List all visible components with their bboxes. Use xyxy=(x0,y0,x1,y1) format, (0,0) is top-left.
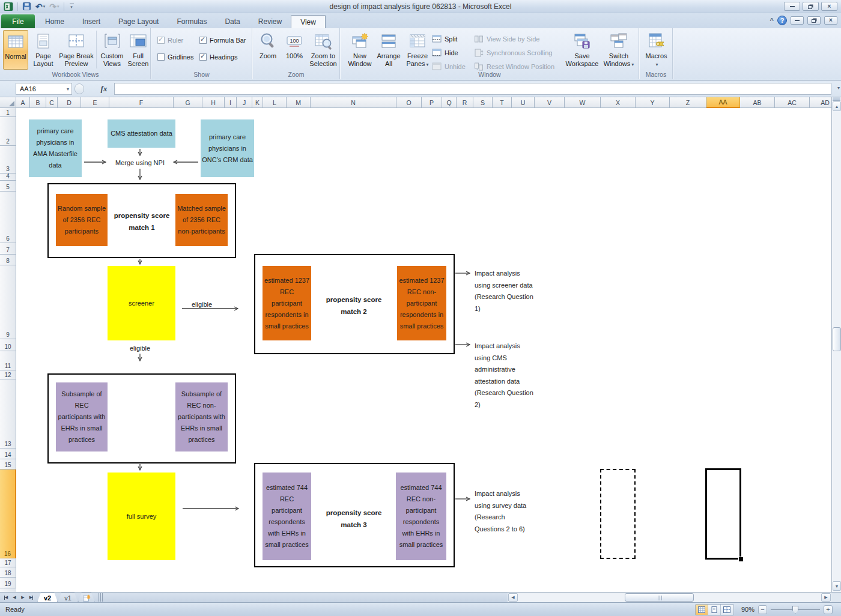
custom-views-button[interactable]: Custom Views xyxy=(98,30,126,70)
collapse-ribbon-icon[interactable]: ^ xyxy=(770,17,774,24)
row-header-18[interactable]: 18 xyxy=(0,567,16,578)
row-header-16[interactable]: 16 xyxy=(0,470,16,558)
column-header-V[interactable]: V xyxy=(535,97,565,108)
flow-box-744-participants[interactable]: estimated 744 REC participant respondent… xyxy=(263,473,311,560)
formula-bar-splitter[interactable] xyxy=(74,83,84,94)
tab-split-handle[interactable] xyxy=(99,593,104,602)
row-header-7[interactable]: 7 xyxy=(0,243,16,255)
zoom-out-button[interactable]: − xyxy=(758,605,767,614)
next-sheet-button[interactable]: ▶ xyxy=(19,594,26,601)
insert-function-button[interactable]: fx xyxy=(96,83,112,95)
close-button[interactable]: × xyxy=(821,2,837,11)
sheet-tab-v2[interactable]: v2 xyxy=(37,593,58,602)
undo-button[interactable]: ↶ ▾ xyxy=(34,1,46,12)
undo-dropdown-icon[interactable]: ▾ xyxy=(43,4,46,9)
normal-view-button[interactable]: Normal xyxy=(3,30,28,70)
flow-label-merge-npi[interactable]: Merge using NPI xyxy=(106,157,174,169)
workbook-minimize-button[interactable] xyxy=(791,16,804,25)
status-normal-view-button[interactable] xyxy=(696,605,708,615)
column-header-AC[interactable]: AC xyxy=(775,97,810,108)
last-sheet-button[interactable]: ▶ xyxy=(28,594,35,601)
column-header-P[interactable]: P xyxy=(422,97,442,108)
column-header-Q[interactable]: Q xyxy=(442,97,457,108)
column-header-W[interactable]: W xyxy=(565,97,601,108)
first-sheet-button[interactable]: ◀ xyxy=(2,594,10,601)
tab-insert[interactable]: Insert xyxy=(73,15,109,28)
tab-review[interactable]: Review xyxy=(249,15,291,28)
tab-formulas[interactable]: Formulas xyxy=(168,15,216,28)
formula-input[interactable] xyxy=(114,83,831,95)
row-header-6[interactable]: 6 xyxy=(0,192,16,243)
row-header-14[interactable]: 14 xyxy=(0,448,16,459)
flow-box-screener[interactable]: screener xyxy=(108,266,175,340)
flow-box-subsample-nonparticipants[interactable]: Subsample of REC non-participants with E… xyxy=(175,382,228,451)
arrange-all-button[interactable]: Arrange All xyxy=(375,30,402,70)
select-all-corner[interactable] xyxy=(0,97,16,108)
status-page-break-button[interactable] xyxy=(721,605,733,615)
row-header-12[interactable]: 12 xyxy=(0,370,16,379)
status-zoom-level[interactable]: 90% xyxy=(741,606,754,613)
hide-button[interactable]: Hide xyxy=(432,47,458,59)
row-header-3[interactable]: 3 xyxy=(0,146,16,174)
row-header-5[interactable]: 5 xyxy=(0,181,16,192)
row-header-15[interactable]: 15 xyxy=(0,459,16,470)
tab-view[interactable]: View xyxy=(291,15,326,28)
flow-box-subsample-participants[interactable]: Subsample of REC participants with EHRs … xyxy=(56,382,108,451)
column-header-Y[interactable]: Y xyxy=(636,97,670,108)
column-header-J[interactable]: J xyxy=(237,97,252,108)
column-header-I[interactable]: I xyxy=(225,97,237,108)
flow-box-744-nonparticipants[interactable]: estimated 744 REC non-participant respon… xyxy=(396,473,446,560)
scroll-left-button[interactable]: ◀ xyxy=(508,593,518,602)
row-header-8[interactable]: 8 xyxy=(0,255,16,265)
column-header-L[interactable]: L xyxy=(263,97,287,108)
flow-box-1237-participants[interactable]: estimated 1237 REC participant responden… xyxy=(263,266,311,340)
tab-page-layout[interactable]: Page Layout xyxy=(109,15,168,28)
row-header-19[interactable]: 19 xyxy=(0,578,16,588)
scroll-right-button[interactable]: ▶ xyxy=(821,593,831,602)
row-header-13[interactable]: 13 xyxy=(0,379,16,448)
customize-qat-button[interactable]: ▾ xyxy=(70,4,74,10)
column-header-D[interactable]: D xyxy=(58,97,81,108)
scroll-up-button[interactable]: ▲ xyxy=(833,101,841,111)
full-screen-button[interactable]: Full Screen xyxy=(126,30,150,70)
formula-bar-checkbox[interactable]: ✓ Formula Bar xyxy=(199,37,246,44)
column-header-X[interactable]: X xyxy=(601,97,636,108)
column-header-F[interactable]: F xyxy=(109,97,174,108)
scroll-down-button[interactable]: ▼ xyxy=(833,581,841,591)
column-header-AD[interactable]: AD xyxy=(810,97,831,108)
expand-formula-bar-icon[interactable]: ▾ xyxy=(837,85,840,91)
flow-box-full-survey[interactable]: full survey xyxy=(108,473,175,560)
restore-button[interactable] xyxy=(803,2,819,11)
column-header-Z[interactable]: Z xyxy=(670,97,706,108)
name-box-dropdown-icon[interactable]: ▾ xyxy=(67,86,71,92)
flow-box-1237-nonparticipants[interactable]: estimated 1237 REC non-participant respo… xyxy=(397,266,446,340)
column-header-S[interactable]: S xyxy=(473,97,493,108)
column-header-AA[interactable]: AA xyxy=(706,97,740,108)
switch-windows-button[interactable]: Switch Windows▾ xyxy=(600,30,637,70)
vertical-split-handle[interactable] xyxy=(833,97,840,101)
column-header-O[interactable]: O xyxy=(396,97,422,108)
workbook-restore-button[interactable] xyxy=(807,16,821,25)
zoom-slider[interactable] xyxy=(771,609,820,610)
column-header-U[interactable]: U xyxy=(512,97,535,108)
column-header-H[interactable]: H xyxy=(202,97,225,108)
flow-box-ama-masterfile[interactable]: primary care physicians in AMA Masterfil… xyxy=(29,119,82,177)
flow-box-random-sample[interactable]: Random sample of 2356 REC participants xyxy=(56,194,108,246)
page-break-preview-button[interactable]: Page Break Preview xyxy=(58,30,95,70)
insert-worksheet-tab[interactable] xyxy=(78,593,95,602)
save-workspace-button[interactable]: Save Workspace xyxy=(565,30,600,70)
row-header-1[interactable]: 1 xyxy=(0,108,16,117)
tab-home[interactable]: Home xyxy=(36,15,73,28)
zoom-in-button[interactable]: + xyxy=(824,605,833,614)
column-header-T[interactable]: T xyxy=(493,97,512,108)
row-header-9[interactable]: 9 xyxy=(0,265,16,339)
previous-sheet-button[interactable]: ◀ xyxy=(11,594,18,601)
sheet-tab-v1[interactable]: v1 xyxy=(58,593,78,602)
save-button[interactable] xyxy=(21,1,32,12)
column-header-G[interactable]: G xyxy=(174,97,202,108)
page-layout-view-button[interactable]: Page Layout xyxy=(29,30,57,70)
help-button[interactable]: ? xyxy=(777,16,787,25)
row-header-2[interactable]: 2 xyxy=(0,117,16,146)
column-header-C[interactable]: C xyxy=(46,97,58,108)
flow-box-matched-sample[interactable]: Matched sample of 2356 REC non-participa… xyxy=(175,194,228,246)
